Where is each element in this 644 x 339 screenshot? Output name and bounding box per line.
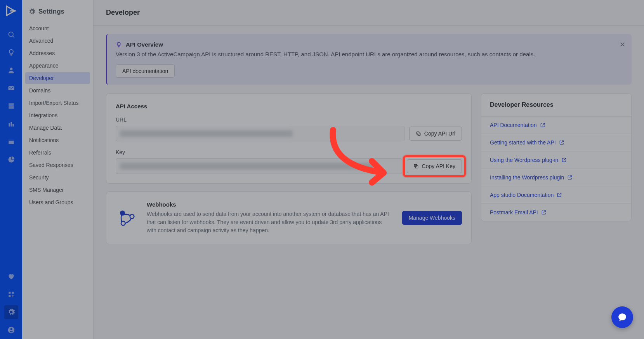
resource-link[interactable]: Using the Wordpress plug-in [481,151,631,169]
sidebar-item-saved-responses[interactable]: Saved Responses [25,159,90,171]
api-overview-banner: ✕ API Overview Version 3 of the ActiveCa… [106,34,632,85]
svg-rect-3 [8,86,14,90]
bulb-icon[interactable] [4,45,18,59]
chat-fab[interactable] [611,306,633,328]
sidebar-item-appearance[interactable]: Appearance [25,60,90,71]
sidebar-title: Settings [25,4,90,23]
api-url-field[interactable] [116,126,404,141]
avatar-icon[interactable] [4,323,18,337]
sidebar-item-advanced[interactable]: Advanced [25,35,90,47]
resource-link[interactable]: Getting started with the API [481,134,631,151]
api-key-field[interactable] [116,158,402,174]
banner-body-text: Version 3 of the ActiveCampaign API is s… [116,50,623,59]
sidebar-item-account[interactable]: Account [25,23,90,34]
search-icon[interactable] [4,28,18,42]
sidebar-item-manage-data[interactable]: Manage Data [25,122,90,134]
sidebar-item-addresses[interactable]: Addresses [25,47,90,59]
banner-title-text: API Overview [126,41,163,48]
sidebar-item-developer[interactable]: Developer [25,72,90,84]
apps-icon[interactable] [4,287,18,301]
svg-point-22 [130,214,134,219]
close-icon[interactable]: ✕ [620,40,625,49]
webhooks-title: Webhooks [147,201,393,208]
svg-rect-11 [9,139,14,141]
mail-icon[interactable] [4,81,18,95]
main-area: Developer ✕ API Overview Version 3 of th… [94,0,644,339]
key-label: Key [116,149,462,155]
sidebar-item-users-and-groups[interactable]: Users and Groups [25,196,90,208]
webhooks-description: Webhooks are used to send data from your… [147,210,393,235]
svg-rect-5 [9,105,14,106]
svg-rect-13 [12,292,14,294]
bars-icon[interactable] [4,117,18,131]
stack-icon[interactable] [4,99,18,113]
copy-api-key-button[interactable]: Copy API Key [407,159,462,173]
app-logo[interactable] [4,4,18,18]
resource-link[interactable]: API Documentation [481,116,631,134]
sidebar-item-sms-manager[interactable]: SMS Manager [25,184,90,196]
svg-rect-7 [9,123,10,126]
sidebar-item-referrals[interactable]: Referrals [25,147,90,158]
resource-link[interactable]: Postmark Email API [481,204,631,221]
copy-api-url-button[interactable]: Copy API Url [409,127,462,141]
webhooks-card: Webhooks Webhooks are used to send data … [106,191,472,244]
svg-rect-12 [9,292,10,294]
sidebar-item-integrations[interactable]: Integrations [25,110,90,121]
webhooks-icon [116,207,137,229]
sidebar-item-security[interactable]: Security [25,172,90,183]
sidebar-item-notifications[interactable]: Notifications [25,134,90,146]
svg-point-16 [10,328,12,330]
heart-icon[interactable] [4,269,18,283]
svg-point-2 [10,68,12,70]
left-rail [0,0,22,339]
svg-rect-4 [9,103,14,104]
gear-icon[interactable] [4,305,18,319]
sidebar-item-import-export-status[interactable]: Import/Export Status [25,97,90,109]
resource-link[interactable]: Installing the Wordpress plugin [481,169,631,186]
svg-rect-6 [9,107,14,108]
svg-point-0 [9,32,13,37]
manage-webhooks-button[interactable]: Manage Webhooks [402,211,462,225]
svg-rect-8 [10,122,12,127]
developer-resources-card: Developer Resources API DocumentationGet… [481,93,632,221]
resources-title: Developer Resources [481,94,631,116]
page-title: Developer [94,0,644,26]
sidebar-item-domains[interactable]: Domains [25,85,90,96]
api-documentation-button[interactable]: API documentation [116,64,175,78]
settings-sidebar: Settings AccountAdvancedAddressesAppeara… [22,0,94,339]
svg-line-1 [12,36,14,37]
api-access-title: API Access [116,103,462,110]
resource-link[interactable]: App studio Documentation [481,186,631,204]
pie-icon[interactable] [4,153,18,167]
url-label: URL [116,116,462,123]
svg-rect-14 [9,295,10,297]
svg-rect-9 [12,124,14,127]
api-access-card: API Access URL Copy API Url Key Copy API… [106,93,472,184]
window-icon[interactable] [4,135,18,149]
person-icon[interactable] [4,63,18,77]
